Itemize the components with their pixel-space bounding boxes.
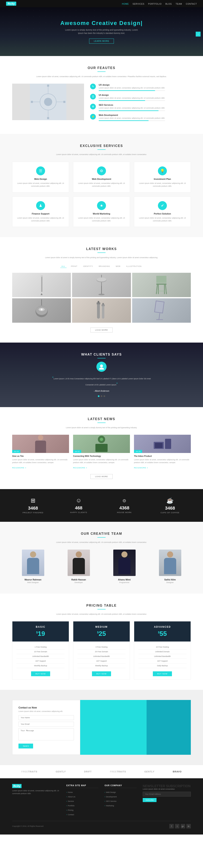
- news-load-more-button[interactable]: Load More: [90, 474, 113, 479]
- work-item-lamp[interactable]: [72, 273, 131, 297]
- pricing-advanced-name: ADVANCED: [138, 625, 186, 628]
- pricing-basic-buy-button[interactable]: Buy Now: [31, 671, 50, 676]
- news-readmore-3[interactable]: ReadMore »: [134, 467, 148, 469]
- team-subtitle: Lorem ipsum dolor sit amet, consectetur …: [12, 541, 191, 544]
- feature-ui-desc: Lorem ipsum dolor sit amet, consectetur …: [99, 97, 165, 100]
- team-divider: [97, 537, 106, 537]
- team-avatar-1: [22, 550, 44, 576]
- team-section: OUR CREATIVE TEAM Lorem ipsum dolor sit …: [0, 522, 203, 593]
- team-avatar-3: [113, 550, 136, 576]
- footer-company-marketing[interactable]: Marketing: [105, 805, 114, 807]
- svg-line-22: [166, 285, 167, 294]
- news-title: LATEST NEWS: [12, 417, 191, 421]
- feature-item-ux: ✎ UX design Lorem ipsum dolor sit amet, …: [90, 84, 191, 91]
- pricing-card-medium: MEDIUM $25 3 Free Hosting 25 Free Domain…: [73, 621, 130, 680]
- work-item-chair[interactable]: [132, 273, 191, 297]
- testimonial-dot-3[interactable]: [104, 395, 105, 397]
- footer-newsletter-button[interactable]: Subscribe: [143, 798, 156, 802]
- service-solution-title: Perfect Solution: [138, 213, 187, 215]
- counter-item-housework: ⌾ 4368 House Work: [104, 497, 145, 514]
- work-item-stand[interactable]: [132, 298, 191, 323]
- contact-email-input[interactable]: [19, 722, 74, 726]
- pricing-medium-feature-1: 3 Free Hosting: [77, 645, 126, 649]
- footer-sitemap-service[interactable]: Service: [66, 800, 74, 802]
- pricing-advanced-feature-1: 10 Free Hosting: [138, 645, 186, 649]
- team-card-2: Rakib Hassan Developer: [58, 550, 99, 584]
- social-twitter-icon[interactable]: t: [175, 824, 179, 829]
- work-item-bottles[interactable]: [72, 298, 131, 323]
- feature-webdev-icon: ⚡: [90, 114, 96, 120]
- testimonial-dot-1[interactable]: [98, 395, 99, 397]
- filter-identity[interactable]: Identity: [82, 265, 94, 268]
- nav-logo[interactable]: Rcity: [6, 2, 16, 6]
- work-item-pendant-light[interactable]: [12, 298, 71, 323]
- svg-rect-20: [156, 283, 167, 285]
- nav-portfolio[interactable]: PORTFOLIO: [148, 3, 162, 5]
- team-member-3-name: Ahanu Mimi: [104, 579, 145, 581]
- footer-sitemap-portfolio[interactable]: Portfolio: [66, 805, 75, 807]
- footer-sitemap-contact[interactable]: Contact: [66, 814, 74, 816]
- footer-sitemap-pricing[interactable]: Pricing: [66, 809, 74, 811]
- filter-illustration[interactable]: Illustration: [125, 265, 143, 268]
- filter-branding[interactable]: Branding: [98, 265, 111, 268]
- pricing-medium-buy-button[interactable]: Buy Now: [92, 671, 111, 676]
- news-card-1: Jun 24 Give us Tim Lorem ipsum dolor sit…: [12, 435, 69, 469]
- pricing-card-advanced: ADVANCED $55 10 Free Hosting Unlimited D…: [134, 621, 191, 680]
- contact-name-input[interactable]: [19, 715, 74, 720]
- footer-company-seo[interactable]: SEO Service: [105, 800, 117, 802]
- features-subtitle: Lorem ipsum dolor sit amet, consectetur …: [12, 75, 191, 78]
- feature-item-webdev: ⚡ Web Development Lorem ipsum dolor sit …: [90, 114, 191, 121]
- social-facebook-icon[interactable]: f: [169, 824, 174, 829]
- hero-arrow-icon[interactable]: ›: [196, 32, 201, 36]
- news-readmore-1[interactable]: ReadMore »: [12, 467, 26, 469]
- pricing-advanced-feature-3: Unlimited Bandwidth: [138, 654, 186, 659]
- service-finance-icon: ♟: [36, 201, 45, 210]
- nav-services[interactable]: SERVICES: [133, 3, 144, 5]
- footer-about-col: Rcity Lorem ipsum dolor sit amet, consec…: [12, 784, 60, 817]
- footer-sitemap-about[interactable]: About Us: [66, 796, 75, 798]
- logos-section: FREETRAITS Gently DRIFT FREETRAITS Gentl…: [0, 765, 203, 778]
- counter-clients-number: 468: [58, 505, 99, 510]
- testimonials-divider: [97, 358, 106, 359]
- social-linkedin-icon[interactable]: in: [186, 824, 191, 829]
- works-load-more-button[interactable]: Load More: [90, 328, 113, 333]
- hero-cta-button[interactable]: LEARN MORE: [89, 38, 114, 43]
- services-section: EXCLUSIVE SERVICES Lorem ipsum dolor sit…: [0, 134, 203, 237]
- work-item-pen[interactable]: [12, 273, 71, 297]
- testimonial-dot-2[interactable]: [101, 395, 102, 397]
- news-desc-1: Lorem ipsum dolor sit amet, consectetur …: [12, 459, 69, 464]
- services-subtitle: Lorem ipsum dolor sit amet, consectetur …: [12, 153, 191, 156]
- social-google-icon[interactable]: g+: [181, 824, 185, 829]
- client-name: - Albert Anderson: [12, 390, 191, 392]
- filter-print[interactable]: Print: [70, 265, 79, 268]
- svg-marker-12: [40, 293, 42, 295]
- news-readmore-2[interactable]: ReadMore »: [73, 467, 87, 469]
- service-card-webdev: ⚙ Web Development Lorem ipsum dolor sit …: [73, 162, 130, 192]
- news-image-3: Jun 20: [134, 435, 191, 453]
- filter-all[interactable]: All: [60, 265, 66, 268]
- service-card-investment: 💡 Investment Plan Lorem ipsum dolor sit …: [134, 162, 191, 192]
- features-list: ✎ UX design Lorem ipsum dolor sit amet, …: [90, 84, 191, 124]
- counter-housework-number: 4368: [104, 505, 145, 510]
- services-divider: [97, 149, 106, 150]
- nav-contact[interactable]: CONTACT: [186, 3, 197, 5]
- filter-web[interactable]: Web: [115, 265, 122, 268]
- footer-sitemap-home[interactable]: Home: [66, 791, 73, 793]
- news-title-2: Connecting With Technology: [73, 455, 130, 457]
- pricing-advanced-buy-button[interactable]: Buy Now: [153, 671, 172, 676]
- features-image: [12, 84, 84, 120]
- testimonial-pagination: [12, 395, 191, 397]
- contact-message-textarea[interactable]: [19, 728, 74, 740]
- footer-newsletter-input[interactable]: [143, 792, 191, 797]
- nav-team[interactable]: TEAM: [176, 3, 182, 5]
- nav-home[interactable]: HOME: [122, 3, 129, 5]
- pricing-basic-feature-4: 24/7 Support: [17, 659, 65, 663]
- features-title: OUR FEAUTES: [12, 66, 191, 70]
- footer-company-webdesign[interactable]: Web Design: [105, 791, 116, 793]
- nav-blog[interactable]: BLOG: [166, 3, 172, 5]
- footer-company-dev[interactable]: Development: [105, 796, 117, 798]
- news-title-1: Give us Tim: [12, 455, 69, 457]
- svg-point-41: [100, 365, 103, 367]
- contact-submit-button[interactable]: Send it: [19, 744, 33, 748]
- footer-sitemap-col: EXTRA SITE MAP Home About Us Service Por…: [66, 784, 98, 817]
